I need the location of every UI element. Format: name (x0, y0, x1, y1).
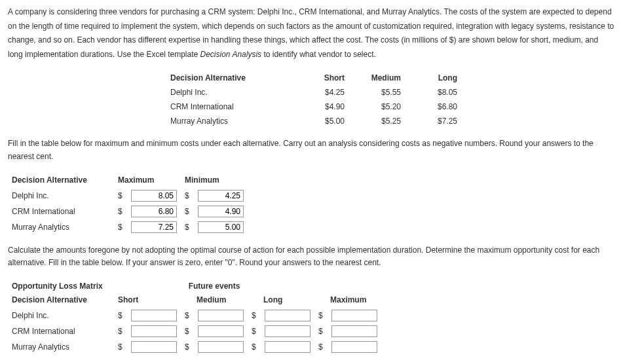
table-row: Murray Analytics $ $ $ $ (8, 339, 381, 355)
vendor-name: CRM International (165, 100, 293, 114)
cost-val: $6.80 (406, 100, 463, 114)
dollar-sign: $ (114, 339, 127, 355)
min-input[interactable] (198, 190, 244, 202)
ol-header-da: Decision Alternative (8, 292, 114, 308)
cost-val: $4.25 (293, 85, 350, 100)
table-row: Delphi Inc. $ $ $ $ (8, 308, 381, 323)
table-row: Murray Analytics $5.00 $5.25 $7.25 (165, 114, 463, 128)
table-row: CRM International $4.90 $5.20 $6.80 (165, 100, 463, 114)
ol-short-input[interactable] (131, 341, 177, 353)
maxmin-header-min: Minimum (181, 172, 248, 188)
cost-header-short: Short (293, 71, 350, 85)
cost-val: $7.25 (406, 114, 463, 128)
vendor-name: CRM International (8, 323, 114, 339)
ol-short-input[interactable] (131, 310, 177, 321)
opportunity-loss-table: Opportunity Loss Matrix Future events De… (8, 278, 381, 355)
ol-future-header: Future events (114, 278, 314, 292)
table-row: Delphi Inc. $4.25 $5.55 $8.05 (165, 85, 463, 100)
dollar-sign: $ (181, 219, 194, 235)
max-input[interactable] (131, 221, 177, 233)
vendor-name: Delphi Inc. (8, 308, 114, 323)
dollar-sign: $ (314, 308, 328, 323)
dollar-sign: $ (181, 339, 194, 355)
maxmin-table: Decision Alternative Maximum Minimum Del… (8, 172, 248, 235)
intro-paragraph: A company is considering three vendors f… (8, 5, 615, 62)
ol-max-input[interactable] (331, 341, 377, 353)
cost-header-da: Decision Alternative (165, 71, 293, 85)
dollar-sign: $ (314, 323, 328, 339)
ol-medium-input[interactable] (198, 310, 244, 321)
ol-header-short: Short (114, 292, 181, 308)
cost-val: $8.05 (406, 85, 463, 100)
vendor-name: CRM International (8, 204, 114, 219)
cost-val: $5.00 (293, 114, 350, 128)
analysis-intro: Conduct a decision analysis to evaluate … (8, 361, 615, 364)
cost-val: $5.55 (350, 85, 406, 100)
instruction-maxmin: Fill in the table below for maximum and … (8, 137, 615, 162)
vendor-name: Murray Analytics (8, 339, 114, 355)
ol-long-input[interactable] (265, 310, 311, 321)
vendor-name: Delphi Inc. (165, 85, 293, 100)
dollar-sign: $ (248, 339, 261, 355)
ol-short-input[interactable] (131, 325, 177, 337)
cost-header-long: Long (406, 71, 463, 85)
dollar-sign: $ (248, 323, 261, 339)
dollar-sign: $ (181, 308, 194, 323)
min-input[interactable] (198, 206, 244, 217)
ol-header-medium: Medium (181, 292, 248, 308)
instruction-ol: Calculate the amounts foregone by not ad… (8, 244, 615, 269)
maxmin-header-max: Maximum (114, 172, 181, 188)
dollar-sign: $ (114, 219, 127, 235)
vendor-name: Murray Analytics (8, 219, 114, 235)
ol-long-input[interactable] (265, 341, 311, 353)
cost-val: $5.25 (350, 114, 406, 128)
cost-val: $5.20 (350, 100, 406, 114)
vendor-name: Murray Analytics (165, 114, 293, 128)
table-row: CRM International $ $ (8, 204, 248, 219)
intro-text-b: to identify what vendor to select. (261, 50, 376, 59)
dollar-sign: $ (181, 204, 194, 219)
dollar-sign: $ (181, 188, 194, 204)
cost-val: $4.90 (293, 100, 350, 114)
table-row: CRM International $ $ $ $ (8, 323, 381, 339)
ol-title: Opportunity Loss Matrix (8, 278, 114, 292)
dollar-sign: $ (248, 308, 261, 323)
table-row: Delphi Inc. $ $ (8, 188, 248, 204)
cost-header-medium: Medium (350, 71, 406, 85)
dollar-sign: $ (114, 188, 127, 204)
ol-max-input[interactable] (331, 325, 377, 337)
ol-header-long: Long (248, 292, 314, 308)
cost-table: Decision Alternative Short Medium Long D… (165, 71, 463, 128)
min-input[interactable] (198, 221, 244, 233)
dollar-sign: $ (314, 339, 328, 355)
table-row: Murray Analytics $ $ (8, 219, 248, 235)
dollar-sign: $ (181, 323, 194, 339)
template-name: Decision Analysis (200, 50, 262, 59)
dollar-sign: $ (114, 204, 127, 219)
maxmin-header-da: Decision Alternative (8, 172, 114, 188)
ol-medium-input[interactable] (198, 341, 244, 353)
max-input[interactable] (131, 206, 177, 217)
ol-max-input[interactable] (331, 310, 377, 321)
ol-medium-input[interactable] (198, 325, 244, 337)
ol-header-max: Maximum (314, 292, 381, 308)
ol-long-input[interactable] (265, 325, 311, 337)
dollar-sign: $ (114, 323, 127, 339)
dollar-sign: $ (114, 308, 127, 323)
max-input[interactable] (131, 190, 177, 202)
vendor-name: Delphi Inc. (8, 188, 114, 204)
